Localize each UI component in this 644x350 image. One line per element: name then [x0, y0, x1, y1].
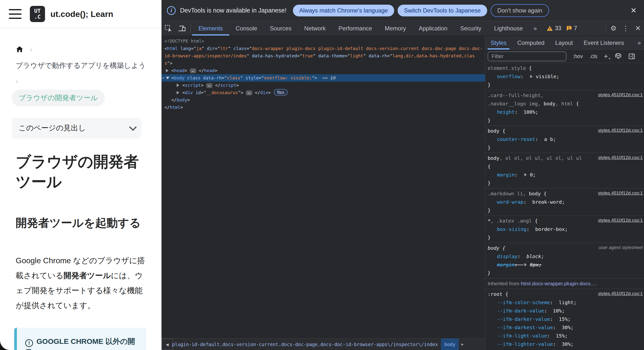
stylesheet-link[interactable]: styles.4510f12d.css:1	[598, 218, 643, 223]
styles-tab-computed[interactable]: Computed	[512, 36, 550, 50]
styles-filter-input[interactable]	[488, 52, 566, 61]
css-declaration[interactable]: counter-reset: a b;	[488, 135, 642, 143]
rule-selector[interactable]: element.style {	[488, 64, 642, 72]
kebab-menu-icon[interactable]: ⋮	[620, 24, 632, 32]
styles-tab-layout[interactable]: Layout	[550, 36, 578, 50]
property-value[interactable]: 8px;	[530, 262, 542, 268]
expand-value-arrow-icon[interactable]	[524, 173, 527, 177]
css-declaration[interactable]: --ifm-lighter-value: 30%;	[488, 340, 642, 348]
stylesheet-link[interactable]: styles.4510f12d.css:1	[598, 128, 643, 133]
property-value[interactable]: 15%;	[556, 333, 568, 339]
css-declaration[interactable]: box-sizing: border-box;	[488, 225, 642, 233]
styles-tab-styles[interactable]: Styles	[485, 36, 512, 50]
property-value[interactable]: visible;	[536, 74, 559, 79]
tab-sources[interactable]: Sources	[264, 21, 298, 36]
css-declaration[interactable]: --ifm-dark-value: 10%;	[488, 307, 642, 315]
property-value[interactable]: 0;	[530, 172, 536, 178]
property-value[interactable]: 100%;	[523, 109, 538, 115]
device-toolbar-icon[interactable]	[175, 21, 189, 36]
notification-button-2[interactable]: Don't show again	[490, 4, 549, 17]
issues-badge[interactable]: 7	[566, 21, 582, 36]
dom-tree-row[interactable]: <html lang="ja" dir="ltr" class="docs-wr…	[162, 45, 485, 52]
toggle-cls[interactable]: .cls	[590, 53, 598, 60]
dom-tree-row[interactable]: </body>	[162, 96, 485, 104]
css-declaration[interactable]: --ifm-light-value: 15%;	[488, 332, 642, 340]
property-value[interactable]: 15%;	[559, 316, 570, 322]
new-style-rule-icon[interactable]: +	[604, 53, 608, 60]
property-value[interactable]: 30%;	[562, 324, 574, 330]
notification-button-0[interactable]: Always match Chrome's language	[293, 5, 394, 17]
inherited-node-link[interactable]: html.docs-wrapper.plugin-docs.…	[521, 281, 597, 286]
flex-adorner-badge[interactable]: flex	[274, 89, 288, 96]
dom-tree-row[interactable]: </html>	[162, 104, 485, 111]
tab-security[interactable]: Security	[454, 21, 488, 36]
property-name[interactable]: --ifm-light-value	[497, 333, 547, 339]
dom-tree-row[interactable]: s">	[162, 60, 485, 67]
property-value[interactable]: 10%;	[553, 308, 565, 314]
more-tabs-icon[interactable]: »	[634, 36, 644, 50]
page-toc-toggle[interactable]: このページの見出し	[12, 118, 142, 138]
css-declaration[interactable]: --ifm-darkest-value: 30%;	[488, 323, 642, 332]
toggle-sidebar-icon[interactable]	[628, 53, 636, 60]
rendering-brush-icon[interactable]	[614, 53, 622, 60]
css-declaration[interactable]: height: 100%;	[488, 108, 642, 116]
expand-children-ellipsis[interactable]: …	[190, 68, 196, 73]
close-devtools-icon[interactable]: ✕	[632, 24, 644, 32]
site-title[interactable]: ut.code(); Learn	[50, 9, 113, 19]
css-declaration[interactable]: margin: 8px;	[488, 261, 642, 269]
breadcrumb-scroll-left-icon[interactable]: ◀	[162, 338, 173, 350]
tab-lighthouse[interactable]: Lighthouse	[488, 21, 529, 36]
css-declaration[interactable]: --ifm-lightest-value: 50%;	[488, 348, 642, 350]
css-declaration[interactable]: word-wrap: break-word;	[488, 198, 642, 206]
stylesheet-link[interactable]: styles.4510f12d.css:1	[598, 155, 643, 160]
css-declaration[interactable]: --ifm-darker-value: 15%;	[488, 315, 642, 323]
expand-arrow-icon[interactable]	[166, 69, 168, 72]
breadcrumb-item[interactable]: ブラウザで動作するアプリを構築しよう	[16, 61, 146, 71]
property-name[interactable]: height	[497, 109, 514, 115]
property-name[interactable]: counter-reset	[497, 136, 535, 142]
tab-application[interactable]: Application	[412, 21, 454, 36]
css-declaration[interactable]: --ifm-color-scheme: light;	[488, 298, 642, 307]
row-menu-dots-icon[interactable]: ⋯	[162, 74, 165, 82]
property-value[interactable]: break-word;	[532, 199, 565, 205]
property-name[interactable]: word-wrap	[497, 199, 523, 205]
property-name[interactable]: --ifm-darker-value	[497, 316, 550, 322]
home-icon[interactable]	[16, 45, 24, 53]
tab-network[interactable]: Network	[298, 21, 332, 36]
tab-elements[interactable]: Elements	[192, 21, 229, 36]
breadcrumb-node-body[interactable]: body	[441, 338, 459, 350]
close-icon[interactable]: ✕	[628, 6, 638, 15]
stylesheet-link[interactable]: styles.4510f12d.css:1	[598, 92, 643, 98]
expand-value-arrow-icon[interactable]	[530, 75, 533, 78]
css-declaration[interactable]: overflow: visible;	[488, 72, 642, 81]
stylesheet-link[interactable]: styles.4510f12d.css:1	[598, 191, 643, 196]
expand-children-ellipsis[interactable]: …	[206, 83, 213, 88]
expand-arrow-icon[interactable]	[177, 91, 179, 94]
property-name[interactable]: --ifm-lighter-value	[497, 341, 553, 347]
dom-tree-row[interactable]: <script> … </script>	[162, 82, 485, 89]
property-name[interactable]: margin	[497, 172, 514, 178]
styles-tab-event-listeners[interactable]: Event Listeners	[578, 36, 629, 50]
css-declaration[interactable]: display: block;	[488, 252, 642, 261]
dom-tree-row[interactable]: <head> … </head>	[162, 67, 485, 74]
inspect-element-icon[interactable]	[162, 21, 175, 36]
dom-tree-row[interactable]: id-browser-apps/inspector/index" data-ha…	[162, 52, 485, 60]
property-value[interactable]: block;	[526, 253, 544, 259]
tab-console[interactable]: Console	[229, 21, 264, 36]
warnings-badge[interactable]: 33	[546, 21, 566, 36]
expand-children-ellipsis[interactable]: …	[246, 90, 252, 95]
notification-button-1[interactable]: Switch DevTools to Japanese	[398, 5, 487, 17]
dom-tree-row[interactable]: <div id="__docusaurus"> … </div>flex	[162, 89, 485, 96]
expand-arrow-icon[interactable]	[177, 84, 179, 87]
property-name[interactable]: --ifm-darkest-value	[497, 324, 553, 330]
property-value[interactable]: 30%;	[562, 341, 574, 347]
breadcrumb-scroll-right-icon[interactable]: ▶	[459, 338, 466, 350]
site-logo[interactable]: UT .C	[30, 6, 45, 22]
collapse-arrow-icon[interactable]	[166, 77, 169, 79]
toggle-hov[interactable]: :hov	[573, 53, 583, 60]
property-name[interactable]: display	[497, 253, 518, 259]
hamburger-menu-icon[interactable]	[9, 9, 22, 19]
more-tabs-icon[interactable]: »	[529, 21, 541, 36]
settings-gear-icon[interactable]: ⚙	[607, 24, 620, 32]
property-value[interactable]: border-box;	[535, 226, 568, 232]
